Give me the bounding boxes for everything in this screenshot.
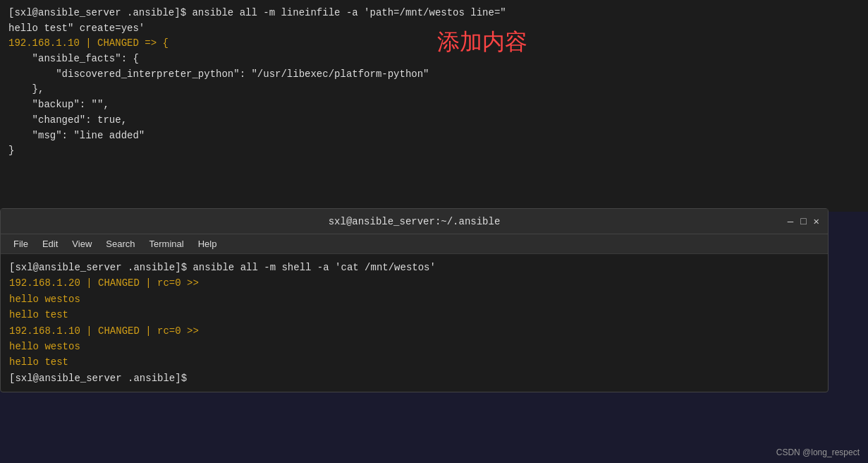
top-line-5: "discovered_interpreter_python": "/usr/l… [8, 67, 860, 83]
top-terminal: [sxl@ansible_server .ansible]$ ansible a… [0, 0, 868, 212]
menu-view[interactable]: View [65, 237, 99, 251]
minimize-button[interactable]: — [788, 217, 793, 227]
top-line-10: } [8, 143, 860, 159]
bottom-line-1: [sxl@ansible_server .ansible]$ ansible a… [9, 260, 819, 275]
menu-search[interactable]: Search [99, 237, 142, 251]
menu-edit[interactable]: Edit [35, 237, 65, 251]
bottom-line-7: hello test [9, 354, 819, 370]
bottom-line-6: hello westos [9, 339, 819, 354]
menu-help[interactable]: Help [191, 237, 224, 251]
menu-terminal[interactable]: Terminal [142, 237, 191, 251]
bottom-line-4: hello test [9, 307, 819, 323]
top-line-4: "ansible_facts": { [8, 52, 860, 67]
top-line-1: [sxl@ansible_server .ansible]$ ansible a… [8, 6, 860, 21]
top-line-3: 192.168.1.10 | CHANGED => { [8, 36, 860, 52]
titlebar-title: sxl@ansible_server:~/.ansible [329, 216, 501, 227]
watermark: CSDN @long_respect [776, 447, 860, 457]
top-line-6: }, [8, 82, 860, 97]
bottom-terminal-window: sxl@ansible_server:~/.ansible — □ ✕ File… [0, 208, 829, 392]
maximize-button[interactable]: □ [800, 217, 806, 227]
menubar: File Edit View Search Terminal Help [1, 234, 828, 254]
bottom-line-5: 192.168.1.10 | CHANGED | rc=0 >> [9, 323, 819, 339]
close-button[interactable]: ✕ [814, 217, 819, 227]
terminal-body[interactable]: [sxl@ansible_server .ansible]$ ansible a… [1, 254, 828, 392]
menu-file[interactable]: File [6, 237, 35, 251]
bottom-line-3: hello westos [9, 291, 819, 307]
top-line-2: hello test" create=yes' [8, 21, 860, 37]
top-line-9: "msg": "line added" [8, 128, 860, 144]
bottom-line-2: 192.168.1.20 | CHANGED | rc=0 >> [9, 275, 819, 291]
titlebar-controls: — □ ✕ [788, 217, 819, 227]
bottom-line-8: [sxl@ansible_server .ansible]$ [9, 371, 819, 386]
titlebar: sxl@ansible_server:~/.ansible — □ ✕ [1, 209, 828, 234]
top-line-7: "backup": "", [8, 97, 860, 113]
top-line-8: "changed": true, [8, 113, 860, 128]
